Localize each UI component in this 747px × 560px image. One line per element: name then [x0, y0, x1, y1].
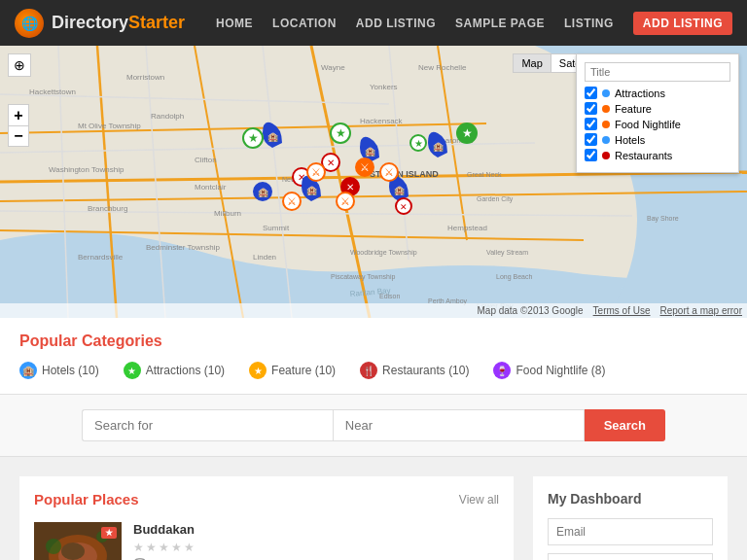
logo-text-starter: Starter — [128, 13, 185, 32]
svg-point-87 — [61, 542, 85, 560]
svg-text:Clifton: Clifton — [195, 156, 217, 164]
password-input[interactable] — [548, 553, 713, 560]
search-button[interactable]: Search — [585, 409, 665, 441]
filter-restaurants[interactable]: Restaurants — [585, 149, 730, 161]
categories-section: Popular Categories 🏨 Hotels (10) ★ Attra… — [0, 318, 747, 395]
filter-food-nightlife[interactable]: Food Nightlife — [585, 118, 730, 130]
search-input[interactable] — [82, 409, 333, 441]
categories-title: Popular Categories — [19, 332, 728, 350]
food-nightlife-icon: 🍷 — [493, 362, 511, 379]
svg-text:✕: ✕ — [327, 158, 335, 168]
dashboard-title: My Dashboard — [548, 491, 713, 507]
search-section: Search — [0, 395, 747, 457]
nav-listing[interactable]: LISTING — [564, 17, 614, 30]
place-stars: ★ ★ ★ ★ ★ — [133, 541, 499, 554]
svg-text:Linden: Linden — [253, 253, 276, 262]
category-feature-label: Feature (10) — [271, 364, 336, 377]
logo-text: DirectoryStarter — [52, 13, 185, 33]
svg-text:New Rochelle: New Rochelle — [418, 63, 467, 72]
place-thumbnail: ★ — [34, 522, 122, 560]
place-item: ★ Buddakan ★ ★ ★ ★ ★ 💬 No Reviews ❤ Favo… — [34, 522, 499, 560]
category-attractions[interactable]: ★ Attractions (10) — [124, 362, 225, 379]
svg-text:⚔: ⚔ — [287, 195, 297, 207]
email-input[interactable] — [548, 518, 713, 545]
map-container: Hackettstown Morristown Mt Olive Townshi… — [0, 46, 747, 318]
filter-attractions[interactable]: Attractions — [585, 87, 730, 99]
nav-location[interactable]: LOCATION — [272, 17, 337, 30]
nav-add-listing-2[interactable]: ADD LISTING — [633, 12, 732, 35]
svg-text:Summit: Summit — [263, 224, 290, 232]
logo: 🌐 DirectoryStarter — [15, 9, 185, 38]
popular-places-section: Popular Places View all ★ — [19, 476, 514, 560]
logo-icon: 🌐 — [15, 9, 44, 38]
svg-text:Randolph: Randolph — [151, 112, 184, 121]
hotels-dot — [602, 136, 610, 144]
svg-text:★: ★ — [414, 138, 423, 149]
svg-text:Great Neck: Great Neck — [467, 171, 502, 178]
svg-text:Branchburg: Branchburg — [88, 204, 127, 213]
svg-text:✕: ✕ — [346, 182, 354, 192]
report-map-error-link[interactable]: Report a map error — [660, 305, 742, 316]
map-background[interactable]: Hackettstown Morristown Mt Olive Townshi… — [0, 46, 747, 318]
svg-text:⚔: ⚔ — [311, 166, 321, 178]
svg-text:Long Beach: Long Beach — [496, 273, 532, 281]
main-content: Popular Places View all ★ — [0, 457, 747, 560]
zoom-in-button[interactable]: + — [8, 104, 29, 125]
map-button[interactable]: Map — [513, 53, 550, 73]
header: 🌐 DirectoryStarter HOME LOCATION ADD LIS… — [0, 0, 747, 46]
nav-add-listing-1[interactable]: ADD LISTING — [356, 17, 436, 30]
category-attractions-label: Attractions (10) — [146, 364, 225, 377]
svg-text:Bay Shore: Bay Shore — [647, 215, 679, 223]
feature-dot — [602, 105, 610, 113]
nav-sample-page[interactable]: SAMPLE PAGE — [455, 17, 545, 30]
svg-point-89 — [46, 539, 61, 554]
place-badge: ★ — [101, 527, 117, 539]
category-feature[interactable]: ★ Feature (10) — [249, 362, 336, 379]
attractions-icon: ★ — [124, 362, 141, 379]
svg-text:Montclair: Montclair — [195, 183, 227, 192]
view-all-link[interactable]: View all — [459, 493, 499, 507]
svg-text:Hackensack: Hackensack — [360, 117, 404, 125]
category-hotels[interactable]: 🏨 Hotels (10) — [19, 362, 99, 379]
nav-home[interactable]: HOME — [216, 17, 253, 30]
terms-of-use-link[interactable]: Terms of Use — [593, 305, 651, 316]
svg-text:🏨: 🏨 — [258, 187, 269, 198]
attractions-dot — [602, 89, 610, 97]
map-filter-overlay: Attractions Feature Food Nightlife Hotel… — [576, 53, 739, 173]
svg-text:Piscataway Township: Piscataway Township — [331, 273, 396, 281]
filter-feature-label: Feature — [615, 103, 652, 115]
svg-text:★: ★ — [462, 126, 473, 140]
near-input[interactable] — [333, 409, 585, 441]
svg-text:★: ★ — [248, 131, 259, 145]
map-move-button[interactable]: ⊕ — [8, 53, 31, 77]
feature-icon: ★ — [249, 362, 267, 379]
map-zoom: + − — [8, 104, 29, 147]
svg-text:🏨: 🏨 — [267, 131, 279, 143]
restaurants-dot — [602, 152, 610, 159]
star-4: ★ — [171, 541, 182, 554]
star-1: ★ — [133, 541, 144, 554]
popular-places-title: Popular Places — [34, 491, 139, 508]
svg-text:Woodbridge Township: Woodbridge Township — [350, 249, 417, 257]
category-restaurants[interactable]: 🍴 Restaurants (10) — [360, 362, 469, 379]
svg-text:Millburn: Millburn — [214, 209, 241, 218]
dashboard-section: My Dashboard Sign In New User? Register … — [533, 476, 728, 560]
filter-attractions-label: Attractions — [615, 88, 665, 99]
filter-food-nightlife-label: Food Nightlife — [615, 119, 681, 130]
svg-text:Bernardsville: Bernardsville — [78, 253, 124, 262]
filter-hotels[interactable]: Hotels — [585, 133, 730, 146]
svg-text:Hempstead: Hempstead — [447, 224, 487, 232]
svg-text:Mt Olive Township: Mt Olive Township — [78, 122, 141, 130]
filter-feature[interactable]: Feature — [585, 102, 730, 115]
zoom-out-button[interactable]: − — [8, 125, 29, 147]
filter-restaurants-label: Restaurants — [615, 150, 672, 161]
main-nav: HOME LOCATION ADD LISTING SAMPLE PAGE LI… — [216, 12, 732, 35]
svg-text:Washington Township: Washington Township — [49, 165, 124, 174]
svg-text:Hackettstown: Hackettstown — [29, 88, 76, 96]
map-credit: Map data ©2013 Google Terms of Use Repor… — [0, 303, 747, 318]
map-data-credit: Map data ©2013 Google — [477, 305, 583, 316]
svg-text:Garden City: Garden City — [477, 195, 514, 203]
star-5: ★ — [184, 541, 195, 554]
category-food-nightlife[interactable]: 🍷 Food Nightlife (8) — [493, 362, 605, 379]
map-title-filter[interactable] — [585, 62, 730, 82]
